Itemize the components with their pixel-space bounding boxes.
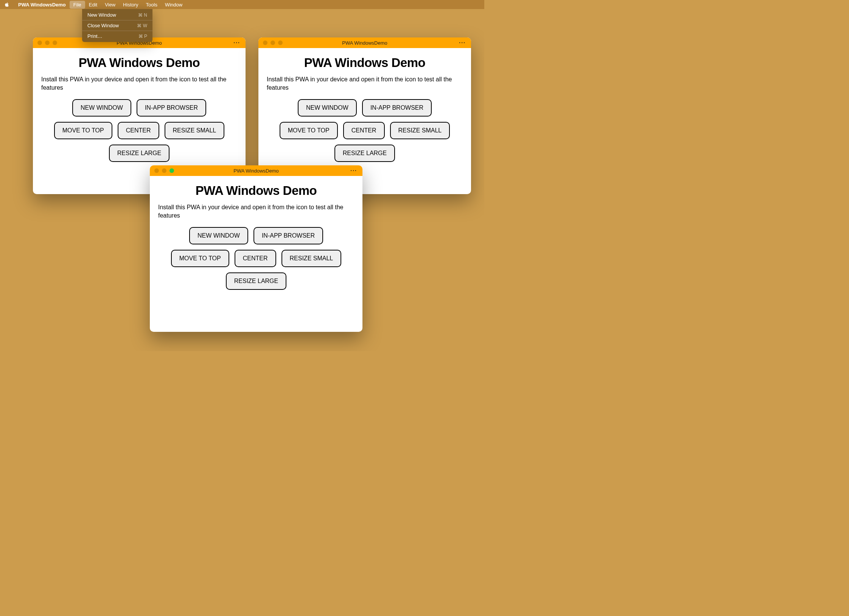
menu-item-label: Print… [87, 33, 103, 39]
menu-item-shortcut: ⌘ W [137, 23, 147, 28]
menu-divider [82, 20, 152, 20]
window-titlebar[interactable]: PWA WindowsDemo ··· [258, 37, 471, 48]
window-content: PWA Windows Demo Install this PWA in you… [150, 176, 362, 301]
resize-large-button[interactable]: RESIZE LARGE [226, 272, 286, 290]
menu-item-shortcut: ⌘ N [138, 12, 147, 18]
page-title: PWA Windows Demo [158, 184, 354, 198]
resize-large-button[interactable]: RESIZE LARGE [334, 145, 395, 162]
window-menu-icon[interactable]: ··· [350, 168, 357, 174]
maximize-button-icon[interactable] [169, 168, 174, 173]
close-button-icon[interactable] [37, 40, 42, 45]
in-app-browser-button[interactable]: IN-APP BROWSER [253, 227, 323, 244]
page-title: PWA Windows Demo [41, 56, 237, 70]
resize-small-button[interactable]: RESIZE SMALL [281, 250, 342, 267]
traffic-lights [263, 40, 283, 45]
page-description: Install this PWA in your device and open… [158, 203, 354, 220]
menubar-history[interactable]: History [119, 1, 142, 9]
menubar-file[interactable]: File [70, 1, 85, 9]
center-button[interactable]: CENTER [118, 122, 159, 139]
file-dropdown-menu: New Window ⌘ N Close Window ⌘ W Print… ⌘… [82, 9, 152, 42]
apple-logo-icon[interactable] [4, 2, 10, 8]
window-title: PWA WindowsDemo [154, 168, 358, 174]
traffic-lights [37, 40, 57, 45]
in-app-browser-button[interactable]: IN-APP BROWSER [362, 99, 432, 117]
button-grid: NEW WINDOW IN-APP BROWSER MOVE TO TOP CE… [41, 99, 237, 162]
move-to-top-button[interactable]: MOVE TO TOP [171, 250, 229, 267]
page-title: PWA Windows Demo [267, 56, 463, 70]
window-menu-icon[interactable]: ··· [459, 40, 466, 46]
page-description: Install this PWA in your device and open… [267, 75, 463, 92]
minimize-button-icon[interactable] [45, 40, 50, 45]
menubar-window[interactable]: Window [161, 1, 186, 9]
macos-menubar: PWA WindowsDemo File Edit View History T… [0, 0, 484, 9]
minimize-button-icon[interactable] [271, 40, 275, 45]
window-content: PWA Windows Demo Install this PWA in you… [33, 48, 246, 173]
menubar-tools[interactable]: Tools [142, 1, 161, 9]
window-titlebar[interactable]: PWA WindowsDemo ··· [150, 165, 362, 176]
minimize-button-icon[interactable] [162, 168, 166, 173]
traffic-lights [154, 168, 174, 173]
button-grid: NEW WINDOW IN-APP BROWSER MOVE TO TOP CE… [267, 99, 463, 162]
menu-print[interactable]: Print… ⌘ P [82, 32, 152, 40]
resize-small-button[interactable]: RESIZE SMALL [390, 122, 450, 139]
center-button[interactable]: CENTER [235, 250, 276, 267]
close-button-icon[interactable] [263, 40, 267, 45]
menu-item-shortcut: ⌘ P [138, 34, 147, 39]
menubar-view[interactable]: View [101, 1, 119, 9]
maximize-button-icon[interactable] [278, 40, 283, 45]
new-window-button[interactable]: NEW WINDOW [298, 99, 357, 117]
menubar-edit[interactable]: Edit [85, 1, 101, 9]
button-grid: NEW WINDOW IN-APP BROWSER MOVE TO TOP CE… [158, 227, 354, 290]
close-button-icon[interactable] [154, 168, 159, 173]
page-description: Install this PWA in your device and open… [41, 75, 237, 92]
new-window-button[interactable]: NEW WINDOW [189, 227, 248, 244]
center-button[interactable]: CENTER [343, 122, 385, 139]
menu-item-label: New Window [87, 12, 116, 18]
pwa-window-3-active: PWA WindowsDemo ··· PWA Windows Demo Ins… [150, 165, 362, 332]
window-menu-icon[interactable]: ··· [233, 40, 240, 46]
window-title: PWA WindowsDemo [263, 40, 466, 46]
new-window-button[interactable]: NEW WINDOW [72, 99, 131, 117]
menu-close-window[interactable]: Close Window ⌘ W [82, 21, 152, 30]
move-to-top-button[interactable]: MOVE TO TOP [280, 122, 338, 139]
menu-item-label: Close Window [87, 23, 119, 28]
resize-small-button[interactable]: RESIZE SMALL [165, 122, 225, 139]
menu-divider [82, 31, 152, 31]
in-app-browser-button[interactable]: IN-APP BROWSER [137, 99, 206, 117]
move-to-top-button[interactable]: MOVE TO TOP [54, 122, 112, 139]
resize-large-button[interactable]: RESIZE LARGE [109, 145, 169, 162]
menu-new-window[interactable]: New Window ⌘ N [82, 11, 152, 19]
menubar-app-name[interactable]: PWA WindowsDemo [14, 1, 70, 9]
maximize-button-icon[interactable] [53, 40, 57, 45]
window-content: PWA Windows Demo Install this PWA in you… [258, 48, 471, 173]
